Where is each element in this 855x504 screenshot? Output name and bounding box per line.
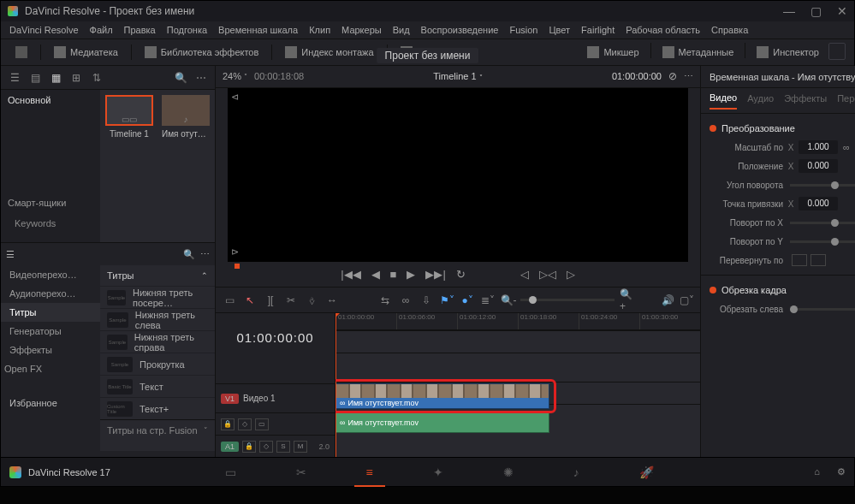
metadata-button[interactable]: Метаданные (656, 43, 740, 62)
project-settings-button[interactable]: ⚙ (837, 466, 846, 477)
lock-icon[interactable]: 🔒 (242, 441, 256, 453)
blade-tool[interactable]: ✂ (284, 294, 298, 307)
trim-tool[interactable]: ][ (264, 294, 277, 307)
edit-page-button[interactable]: ≡ (366, 465, 373, 479)
audio-track-header[interactable]: A1 🔒 ◇ S M 2.0 (216, 435, 335, 457)
flip-v-button[interactable] (810, 254, 826, 266)
menu-item[interactable]: Воспроизведение (421, 25, 499, 35)
playhead[interactable] (335, 313, 336, 457)
fx-cat[interactable]: Эффекты (1, 341, 100, 359)
step-fwd-button[interactable]: ▶▶| (425, 268, 445, 281)
cut-page-button[interactable]: ✂ (296, 465, 306, 479)
chevron-up-icon[interactable]: ⌃ (201, 271, 208, 280)
menu-item[interactable]: Маркеры (341, 25, 382, 35)
zoom-out-button[interactable]: 🔍- (502, 294, 515, 307)
scale-x-input[interactable]: 1.000 (799, 140, 838, 154)
lock-icon[interactable]: 🔒 (221, 418, 235, 430)
view-grid-button[interactable]: ⊞ (68, 69, 85, 86)
fx-item[interactable]: SampleНижняя треть посере… (100, 286, 215, 308)
fx-item[interactable]: SampleНижняя треть слева (100, 308, 215, 330)
view-opts[interactable]: ▢˅ (680, 294, 693, 307)
effects-library-button[interactable]: Библиотека эффектов (139, 43, 265, 62)
flag-tool[interactable]: ⚑˅ (440, 294, 454, 307)
inspector-button[interactable]: Инспектор (751, 43, 825, 62)
fusion-page-button[interactable]: ✦ (433, 465, 443, 479)
close-button[interactable]: ✕ (837, 4, 847, 18)
angle-slider[interactable] (790, 184, 855, 187)
deliver-page-button[interactable]: 🚀 (639, 465, 654, 479)
menu-item[interactable]: Подгонка (167, 25, 207, 35)
loop-button[interactable]: ↻ (456, 268, 466, 281)
roty-slider[interactable] (790, 240, 855, 243)
fx-sidebar-toggle[interactable]: ☰ (6, 249, 15, 260)
bypass-button[interactable]: ⊘ (668, 70, 677, 82)
fx-cat[interactable]: Аудиоперехо… (1, 284, 100, 303)
sidebar-toggle-button[interactable]: ☰ (6, 69, 23, 86)
select-tool[interactable]: ▭ (223, 294, 236, 307)
menu-item[interactable]: Вид (393, 25, 410, 35)
menu-item[interactable]: Рабочая область (626, 25, 700, 35)
match-frame-button[interactable]: ◁ (520, 268, 529, 281)
timeline-ruler[interactable]: 01:00:00:0001:00:06:0001:00:12:0001:00:1… (335, 313, 700, 330)
fx-item[interactable]: SampleПрокрутка (100, 353, 215, 375)
menu-item[interactable]: Цвет (549, 25, 570, 35)
viewer-zoom[interactable]: 24% ˅ (223, 71, 247, 81)
fx-cat[interactable]: Титры (1, 303, 100, 322)
fx-cat[interactable]: Генераторы (1, 322, 100, 341)
menu-item[interactable]: Временная шкала (218, 25, 298, 35)
media-page-button[interactable]: ▭ (225, 465, 236, 479)
track-visible-button[interactable]: ▭ (255, 418, 269, 430)
fx-more-button[interactable]: ⋯ (200, 249, 210, 260)
menu-item[interactable]: Файл (90, 25, 113, 35)
play-button[interactable]: ▶ (407, 268, 415, 281)
fx-favorites[interactable]: Избранное (1, 394, 100, 412)
zoom-in-button[interactable]: 🔍+ (620, 294, 633, 307)
fx-cat[interactable]: Видеоперехо… (1, 265, 100, 284)
arrow-tool[interactable]: ↖ (243, 294, 257, 307)
menu-item[interactable]: Fusion (509, 25, 537, 35)
overwrite-tool[interactable]: ↔ (325, 294, 339, 307)
viewer-title[interactable]: Timeline 1 ˅ (433, 71, 482, 81)
fx-search-button[interactable]: 🔍 (183, 249, 195, 260)
auto-select-button[interactable]: ◇ (259, 441, 273, 453)
rotx-slider[interactable] (790, 222, 855, 224)
inspector-tab[interactable]: Аудио (747, 93, 774, 109)
maximize-button[interactable]: ▢ (810, 4, 822, 18)
crop-left-slider[interactable] (790, 308, 855, 311)
step-back-button[interactable]: ◀ (371, 268, 380, 281)
timeline-video-clip[interactable]: ∞Имя отутствует.mov (335, 383, 549, 409)
stop-button[interactable]: ■ (390, 268, 397, 281)
mixer-button[interactable]: Микшер (581, 43, 644, 62)
auto-select-button[interactable]: ◇ (238, 418, 252, 430)
insert-tool[interactable]: ⎀ (305, 294, 318, 307)
edit-index-button[interactable]: Индекс монтажа (279, 43, 379, 62)
link-tool[interactable]: ⇆ (378, 294, 392, 307)
enable-dot[interactable] (710, 125, 716, 132)
pos-x-input[interactable]: 0.000 (799, 159, 838, 173)
pool-clip[interactable]: ♪ Имя отутст… (162, 95, 210, 139)
marker-tool[interactable]: ⇩ (419, 294, 433, 307)
audio-toggle[interactable]: 🔊 (661, 294, 674, 307)
color-page-button[interactable]: ✺ (503, 465, 514, 479)
flip-h-button[interactable] (792, 254, 807, 266)
snap-tool[interactable]: ∞ (399, 294, 413, 307)
inspector-tab[interactable]: Эффекты (784, 93, 827, 109)
media-pool-button[interactable]: Медиатека (48, 43, 124, 62)
jump-start-button[interactable]: |◀◀ (341, 268, 360, 281)
bin-root[interactable]: Основной (1, 90, 100, 110)
viewer[interactable]: ⊲ ⊳ (228, 88, 688, 262)
scrub-handle[interactable] (235, 264, 240, 269)
link-icon[interactable]: ∞ (841, 142, 852, 152)
view-thumb-button[interactable]: ▦ (47, 69, 64, 86)
timeline-body[interactable]: 01:00:00:0001:00:06:0001:00:12:0001:00:1… (335, 313, 700, 457)
pool-clip[interactable]: ▭▭ Timeline 1 (105, 95, 153, 139)
anchor-x-input[interactable]: 0.000 (799, 197, 838, 210)
sort-button[interactable]: ⇅ (88, 69, 105, 86)
project-manager-button[interactable]: ⌂ (814, 466, 820, 477)
menu-item[interactable]: Правка (124, 25, 156, 35)
fx-item[interactable]: Basic TitleТекст (100, 375, 215, 397)
search-button[interactable]: 🔍 (172, 69, 189, 86)
next-clip-icon[interactable]: ⊳ (231, 246, 243, 258)
more-button[interactable]: ⋯ (193, 69, 210, 86)
fx-item[interactable]: Custom TitleТекст+ (100, 397, 215, 419)
